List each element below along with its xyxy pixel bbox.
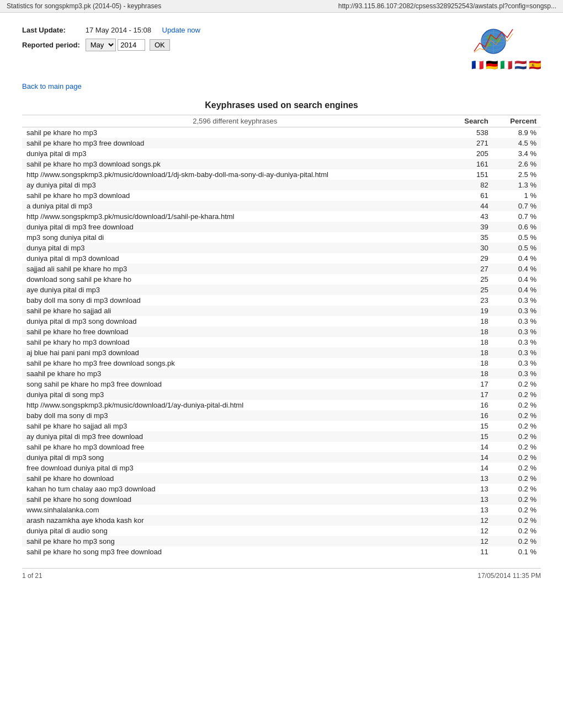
subtitle-cell: 2,596 different keyphrases [22,115,448,127]
keyphrase-cell: mp3 song duniya pital di [22,232,448,243]
table-row: aye duniya pital di mp3250.4 % [22,285,541,295]
table-row: sahil pe khare ho download130.2 % [22,473,541,484]
table-row: sahil pe khare ho mp3 free download song… [22,358,541,368]
percent-cell: 0.2 % [493,452,541,463]
table-row: sahil pe khary ho mp3 download180.3 % [22,337,541,347]
year-input[interactable] [118,39,145,51]
search-count-cell: 82 [448,180,492,190]
keyphrase-cell: www.sinhalalanka.com [22,505,448,515]
percent-cell: 0.2 % [493,431,541,442]
search-count-cell: 18 [448,358,492,368]
percent-cell: 0.4 % [493,285,541,295]
search-count-cell: 14 [448,463,492,473]
table-row: duniya pital di mp32053.4 % [22,148,541,159]
keyphrase-cell: a duniya pital di mp3 [22,201,448,211]
table-row: sahil pe khare ho mp35388.9 % [22,127,541,138]
back-to-main-link[interactable]: Back to main page [22,82,82,90]
percent-cell: 0.2 % [493,473,541,484]
search-count-cell: 13 [448,484,492,494]
footer-timestamp: 17/05/2014 11:35 PM [477,572,541,580]
search-count-cell: 12 [448,526,492,536]
search-count-cell: 18 [448,368,492,379]
window-title: Statistics for songspkmp3.pk (2014-05) -… [7,2,161,10]
search-count-cell: 16 [448,410,492,421]
table-row: aj blue hai pani pani mp3 download180.3 … [22,347,541,358]
keyphrase-cell: sahil pe khare ho song mp3 free download [22,547,448,557]
last-update-label: Last Update: [22,24,86,36]
percent-col-header: Percent [493,115,541,127]
last-update-value: 17 May 2014 - 15:08 Update now [86,24,206,36]
percent-cell: 2.5 % [493,169,541,180]
keyphrase-cell: http //www.songspkmp3.pk/music/download/… [22,169,448,180]
search-count-cell: 18 [448,347,492,358]
table-row: kahan ho tum chalay aao mp3 download130.… [22,484,541,494]
search-count-cell: 25 [448,274,492,285]
search-count-cell: 17 [448,379,492,389]
search-count-cell: 17 [448,389,492,400]
percent-cell: 0.2 % [493,505,541,515]
percent-cell: 0.2 % [493,400,541,410]
keyphrase-cell: sahil pe khare ho mp3 download [22,190,448,201]
percent-cell: 0.6 % [493,222,541,232]
table-row: sahil pe khare ho mp3 free download2714.… [22,138,541,148]
percent-cell: 0.3 % [493,316,541,326]
keyphrase-cell: duniya pital di song mp3 [22,389,448,400]
update-now-link[interactable]: Update now [162,26,200,34]
table-row: sahil pe khare ho song download130.2 % [22,494,541,505]
percent-cell: 0.5 % [493,243,541,253]
table-row: sahil pe khare ho mp3 song120.2 % [22,536,541,547]
percent-cell: 0.3 % [493,347,541,358]
search-count-cell: 43 [448,211,492,222]
percent-cell: 0.2 % [493,421,541,431]
search-count-cell: 12 [448,536,492,547]
table-row: baby doll ma sony di mp3 download230.3 % [22,295,541,306]
percent-cell: 0.3 % [493,358,541,368]
percent-cell: 1.3 % [493,180,541,190]
keyphrase-cell: sahil pe khare ho mp3 [22,127,448,138]
title-bar: Statistics for songspkmp3.pk (2014-05) -… [0,0,563,13]
table-row: sahil pe khare ho mp3 download free140.2… [22,442,541,452]
flags: 🇫🇷 🇩🇪 🇮🇹 🇳🇱 🇪🇸 [471,59,541,71]
search-count-cell: 205 [448,148,492,159]
percent-cell: 0.3 % [493,306,541,316]
search-count-cell: 30 [448,243,492,253]
percent-cell: 0.2 % [493,463,541,473]
percent-cell: 1 % [493,190,541,201]
table-row: dunya pital di mp3300.5 % [22,243,541,253]
month-select[interactable]: May [86,39,116,51]
keyphrase-cell: http //www.songspkmp3.pk/music/download/… [22,211,448,222]
table-row: duniya pital di song mp3170.2 % [22,389,541,400]
keyphrase-cell: sahil pe khare ho mp3 download free [22,442,448,452]
table-row: sajjad ali sahil pe khare ho mp3270.4 % [22,264,541,274]
percent-cell: 0.1 % [493,547,541,557]
table-row: baby doll ma sony di mp3160.2 % [22,410,541,421]
keyphrase-cell: duniya pital di audio song [22,526,448,536]
globe-area: 🇫🇷 🇩🇪 🇮🇹 🇳🇱 🇪🇸 [471,24,541,71]
ok-button[interactable]: OK [150,39,170,51]
percent-cell: 0.2 % [493,379,541,389]
keyphrase-cell: sahil pe khare ho free download [22,326,448,337]
search-count-cell: 14 [448,442,492,452]
percent-cell: 0.3 % [493,326,541,337]
table-row: ay duniya pital di mp3 free download150.… [22,431,541,442]
search-count-cell: 11 [448,547,492,557]
search-count-cell: 18 [448,337,492,347]
table-row: saahil pe khare ho mp3180.3 % [22,368,541,379]
keyphrases-table: 2,596 different keyphrases Search Percen… [22,115,541,557]
keyphrase-cell: sahil pe khare ho mp3 download songs.pk [22,159,448,169]
keyphrase-cell: sahil pe khare ho song download [22,494,448,505]
percent-cell: 0.4 % [493,253,541,264]
flag-netherlands: 🇳🇱 [514,59,527,71]
search-count-cell: 15 [448,431,492,442]
search-count-cell: 23 [448,295,492,306]
table-row: duniya pital di mp3 free download390.6 % [22,222,541,232]
search-count-cell: 61 [448,190,492,201]
keyphrase-cell: sahil pe khare ho mp3 song [22,536,448,547]
percent-cell: 0.2 % [493,410,541,421]
percent-cell: 0.7 % [493,211,541,222]
table-row: sahil pe khare ho sajjad ali mp3150.2 % [22,421,541,431]
keyphrase-cell: sajjad ali sahil pe khare ho mp3 [22,264,448,274]
keyphrase-cell: arash nazamkha aye khoda kash kor [22,515,448,526]
keyphrase-cell: sahil pe khare ho sajjad ali [22,306,448,316]
search-count-cell: 12 [448,515,492,526]
